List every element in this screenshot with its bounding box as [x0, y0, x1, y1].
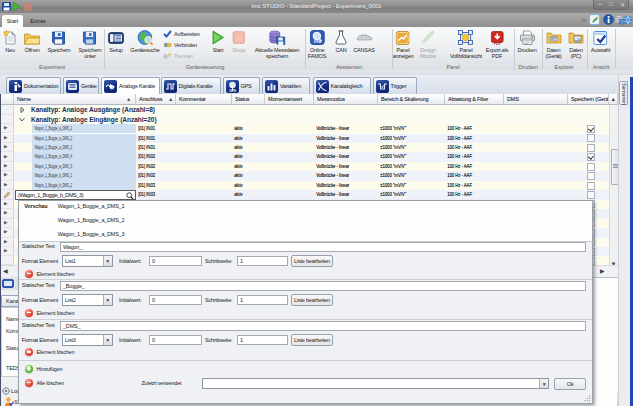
svg-text:GPS: GPS — [229, 88, 236, 92]
svg-text:OFA: OFA — [313, 40, 321, 44]
svg-text:PDF: PDF — [493, 41, 501, 45]
